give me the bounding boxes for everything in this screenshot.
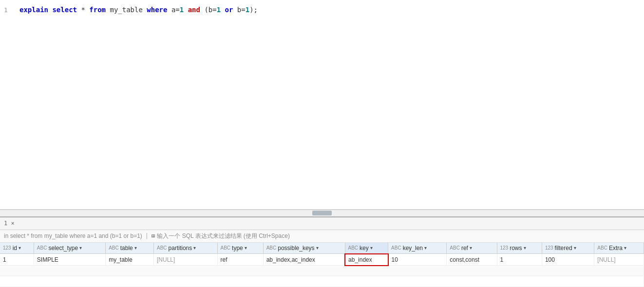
col-name-filtered: filtered — [555, 245, 572, 251]
cell-type: ref — [217, 254, 263, 266]
col-dropdown-key-len[interactable]: ▾ — [424, 245, 427, 251]
table-row-empty-2 — [0, 276, 644, 287]
col-partitions[interactable]: ABC partitions ▾ — [153, 243, 217, 254]
col-type-key-len: ABC — [391, 245, 401, 251]
col-dropdown-ref[interactable]: ▾ — [470, 245, 472, 251]
col-type-id: 123 — [3, 245, 11, 251]
code-table: my_table — [106, 6, 147, 14]
col-type-partitions: ABC — [157, 245, 167, 251]
col-name-key: key — [360, 245, 369, 251]
scrollbar-thumb[interactable] — [312, 211, 332, 215]
table-header-row: 123 id ▾ ABC select_type ▾ — [0, 243, 644, 254]
results-table: 123 id ▾ ABC select_type ▾ — [0, 243, 644, 287]
col-dropdown-filtered[interactable]: ▾ — [574, 245, 576, 251]
col-name-id: id — [13, 245, 17, 251]
code-space2 — [221, 6, 225, 14]
cell-extra: [NULL] — [594, 254, 644, 266]
col-rows[interactable]: 123 rows ▾ — [497, 243, 542, 254]
col-key-len[interactable]: ABC key_len ▾ — [388, 243, 447, 254]
cell-id: 1 — [0, 254, 34, 266]
col-name-type: type — [232, 245, 243, 251]
code-val-1b: 1 — [217, 6, 221, 14]
col-type-rows: 123 — [500, 245, 509, 251]
col-dropdown-extra[interactable]: ▾ — [624, 245, 626, 251]
col-name-partitions: partitions — [169, 245, 192, 251]
col-name-ref: ref — [461, 245, 468, 251]
table-row: 1 SIMPLE my_table [NULL] ref ab_index,ac… — [0, 254, 644, 266]
horizontal-scrollbar[interactable] — [0, 210, 644, 216]
col-type-type: ABC — [221, 245, 231, 251]
col-type-ref: ABC — [450, 245, 460, 251]
line-number: 1 — [4, 4, 14, 16]
col-dropdown-select-type[interactable]: ▾ — [79, 245, 82, 251]
col-table[interactable]: ABC table ▾ — [106, 243, 154, 254]
cell-ref: const,const — [447, 254, 497, 266]
keyword-explain: explain — [19, 6, 52, 14]
cell-key-len: 10 — [388, 254, 447, 266]
col-type[interactable]: ABC type ▾ — [217, 243, 263, 254]
col-dropdown-type[interactable]: ▾ — [245, 245, 247, 251]
col-type-table: ABC — [109, 245, 119, 251]
filter-query-preview: in select * from my_table where a=1 and … — [4, 233, 142, 239]
col-filtered[interactable]: 123 filtered ▾ — [542, 243, 594, 254]
col-dropdown-rows[interactable]: ▾ — [524, 245, 526, 251]
results-header: 1 × — [0, 217, 644, 230]
col-type-extra: ABC — [597, 245, 607, 251]
col-name-extra: Extra — [609, 245, 623, 251]
keyword-and: and — [188, 6, 200, 14]
code-asterisk: * — [77, 6, 89, 14]
col-dropdown-id[interactable]: ▾ — [19, 245, 21, 251]
cell-select-type: SIMPLE — [34, 254, 105, 266]
filter-hint-text: 输入一个 SQL 表达式来过滤结果 (使用 Ctrl+Space) — [157, 232, 290, 240]
col-dropdown-key[interactable]: ▾ — [370, 245, 373, 251]
close-button[interactable]: 1 × — [4, 220, 15, 227]
cell-table: my_table — [106, 254, 154, 266]
code-line-1: 1 explain select * from my_table where a… — [0, 3, 644, 17]
filter-separator: | — [145, 233, 149, 239]
col-ref[interactable]: ABC ref ▾ — [447, 243, 497, 254]
keyword-or: or — [225, 6, 233, 14]
code-paren-open: (b= — [200, 6, 217, 14]
cell-possible-keys: ab_index,ac_index — [263, 254, 345, 266]
col-dropdown-table[interactable]: ▾ — [134, 245, 137, 251]
col-id[interactable]: 123 id ▾ — [0, 243, 34, 254]
col-type-possible-keys: ABC — [266, 245, 277, 251]
col-key[interactable]: ABC key ▾ — [345, 243, 388, 254]
cell-filtered: 100 — [542, 254, 594, 266]
col-type-key: ABC — [348, 245, 359, 251]
code-paren-close: ); — [249, 6, 258, 14]
col-type-filtered: 123 — [545, 245, 553, 251]
keyword-select: select — [52, 6, 77, 14]
cell-partitions: [NULL] — [153, 254, 217, 266]
filter-icon: ⊞ — [152, 233, 155, 239]
filter-bar[interactable]: in select * from my_table where a=1 and … — [0, 230, 644, 243]
col-dropdown-partitions[interactable]: ▾ — [193, 245, 196, 251]
results-panel: 1 × in select * from my_table where a=1 … — [0, 216, 644, 287]
col-extra[interactable]: ABC Extra ▾ — [594, 243, 644, 254]
col-possible-keys[interactable]: ABC possible_keys ▾ — [263, 243, 345, 254]
table-row-empty-1 — [0, 266, 644, 276]
col-select-type[interactable]: ABC select_type ▾ — [34, 243, 105, 254]
results-table-wrapper[interactable]: 123 id ▾ ABC select_type ▾ — [0, 243, 644, 287]
code-content: explain select * from my_table where a=1… — [19, 4, 258, 16]
code-a-eq: a= — [167, 6, 179, 14]
col-name-table: table — [120, 245, 133, 251]
cell-key: ab_index — [345, 254, 388, 266]
cell-rows: 1 — [497, 254, 542, 266]
col-name-possible-keys: possible_keys — [278, 245, 314, 251]
keyword-from: from — [89, 6, 106, 14]
col-name-select-type: select_type — [48, 245, 78, 251]
col-dropdown-possible-keys[interactable]: ▾ — [316, 245, 319, 251]
keyword-where: where — [147, 6, 167, 14]
col-name-rows: rows — [510, 245, 522, 251]
code-editor[interactable]: 1 explain select * from my_table where a… — [0, 0, 644, 210]
col-name-key-len: key_len — [403, 245, 423, 251]
code-val-1a: 1 — [180, 6, 184, 14]
code-val-1c: 1 — [246, 6, 249, 14]
code-b-eq2: b= — [233, 6, 245, 14]
col-type-select-type: ABC — [37, 245, 47, 251]
code-space1 — [184, 6, 188, 14]
